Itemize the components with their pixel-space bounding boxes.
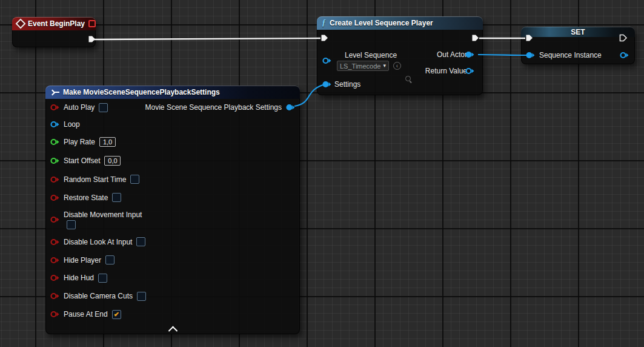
level-sequence-asset-dropdown[interactable]: LS_TimecodePr ▾ xyxy=(337,61,389,71)
pin-row: Hide Hud xyxy=(45,269,300,287)
exec-wire-beginplay-to-create xyxy=(92,38,320,39)
chevron-down-icon: ▾ xyxy=(383,63,386,69)
pin-row: Pause At End ✔ xyxy=(45,305,300,323)
play-rate-field[interactable] xyxy=(99,137,116,147)
pin-start-offset[interactable] xyxy=(50,157,59,164)
pin-play-rate[interactable] xyxy=(50,138,59,146)
pin-label: Play Rate xyxy=(64,138,95,146)
output-pin-label: Movie Scene Sequence Playback Settings xyxy=(145,103,282,112)
browse-asset-icon[interactable] xyxy=(405,75,413,83)
exec-in-pin[interactable] xyxy=(320,33,329,42)
pin-auto-play[interactable] xyxy=(50,104,59,111)
check-icon: ✔ xyxy=(114,311,119,318)
start-offset-field[interactable] xyxy=(104,156,121,166)
pin-row: Auto Play Movie Scene Sequence Playback … xyxy=(45,99,300,116)
event-diamond-icon xyxy=(16,19,26,29)
pin-label: Auto Play xyxy=(64,103,95,112)
set-node-title: SET xyxy=(521,28,635,36)
pause-at-end-checkbox[interactable]: ✔ xyxy=(112,310,121,319)
pin-row: Disable Movement Input xyxy=(45,207,300,232)
node-create-level-sequence-player[interactable]: ƒ Create Level Sequence Player Level Seq… xyxy=(317,16,483,95)
pin-hide-player[interactable] xyxy=(50,257,59,264)
return-value-pin-label: Return Value xyxy=(425,67,467,75)
pin-playback-settings-output[interactable] xyxy=(286,104,295,111)
exec-out-pin[interactable] xyxy=(471,33,480,42)
exec-in-pin[interactable] xyxy=(525,33,534,42)
pin-disable-camera-cuts[interactable] xyxy=(50,292,59,300)
hide-player-checkbox[interactable] xyxy=(105,255,115,264)
pin-label: Pause At End xyxy=(64,310,108,318)
event-node-header: Event BeginPlay xyxy=(12,17,96,30)
node-event-beginplay[interactable]: Event BeginPlay xyxy=(12,17,96,47)
pin-disable-look-at-input[interactable] xyxy=(50,238,59,246)
create-node-title: Create Level Sequence Player xyxy=(330,19,433,27)
hide-hud-checkbox[interactable] xyxy=(98,274,107,283)
disable-look-at-input-checkbox[interactable] xyxy=(136,237,145,246)
event-node-title: Event BeginPlay xyxy=(28,19,85,28)
pin-random-start-time[interactable] xyxy=(50,176,59,183)
use-selected-asset-icon[interactable]: ‹ xyxy=(393,62,401,70)
pin-row: Play Rate xyxy=(45,133,300,151)
node-make-playback-settings[interactable]: Make MovieSceneSequencePlaybackSettings … xyxy=(45,86,300,334)
exec-out-pin[interactable] xyxy=(619,33,628,42)
event-debug-badge-icon xyxy=(88,20,96,27)
pin-row: Loop xyxy=(45,116,300,133)
pin-label: Disable Movement Input xyxy=(64,211,142,219)
pin-label: Disable Camera Cuts xyxy=(64,292,133,300)
pin-return-value[interactable] xyxy=(465,67,474,75)
pin-hide-hud[interactable] xyxy=(50,274,59,281)
auto-play-checkbox[interactable] xyxy=(99,103,108,112)
pin-row: Hide Player xyxy=(45,251,300,269)
pin-settings[interactable] xyxy=(322,81,331,88)
sequence-instance-pin-label: Sequence Instance xyxy=(539,51,602,59)
function-icon: ƒ xyxy=(322,19,326,27)
collapse-chevron-icon[interactable] xyxy=(168,326,178,335)
pin-label: Hide Hud xyxy=(64,274,94,282)
settings-pin-label: Settings xyxy=(334,80,360,89)
pin-pause-at-end[interactable] xyxy=(50,311,59,318)
pin-row: Restore State xyxy=(45,188,300,207)
pin-disable-movement-input[interactable] xyxy=(50,216,59,223)
pin-set-output[interactable] xyxy=(620,52,629,59)
exec-out-pin[interactable] xyxy=(87,35,96,44)
out-actor-pin-label: Out Actor xyxy=(437,50,467,59)
pin-out-actor[interactable] xyxy=(465,51,474,58)
make-struct-icon xyxy=(50,90,59,95)
level-sequence-pin-label: Level Sequence xyxy=(345,51,397,59)
pin-level-sequence[interactable] xyxy=(322,57,331,64)
pin-label: Hide Player xyxy=(64,256,101,264)
object-wire-outactor-to-sequenceinstance xyxy=(478,55,526,55)
pin-row: Disable Look At Input xyxy=(45,232,300,251)
pin-row: Start Offset xyxy=(45,151,300,170)
pin-restore-state[interactable] xyxy=(50,194,59,201)
pin-label: Start Offset xyxy=(64,157,100,165)
restore-state-checkbox[interactable] xyxy=(112,193,121,202)
pin-sequence-instance[interactable] xyxy=(526,52,535,59)
disable-camera-cuts-checkbox[interactable] xyxy=(137,292,146,301)
blueprint-graph-canvas[interactable]: Event BeginPlay ƒ Create Level Sequence … xyxy=(0,0,644,347)
asset-dropdown-value: LS_TimecodePr xyxy=(340,62,381,70)
make-node-title: Make MovieSceneSequencePlaybackSettings xyxy=(63,88,220,96)
pin-label: Restore State xyxy=(64,194,108,202)
pin-label: Loop xyxy=(64,120,80,129)
create-node-header: ƒ Create Level Sequence Player xyxy=(317,16,483,30)
pin-row: Random Start Time xyxy=(45,170,300,188)
node-footer xyxy=(45,323,300,334)
disable-movement-input-checkbox[interactable] xyxy=(67,220,76,229)
pin-label: Disable Look At Input xyxy=(64,238,132,246)
node-set-sequence-instance[interactable]: SET Sequence Instance xyxy=(521,27,635,64)
pin-loop[interactable] xyxy=(50,121,59,128)
pin-row: Disable Camera Cuts xyxy=(45,287,300,305)
pin-label: Random Start Time xyxy=(64,175,126,184)
random-start-time-checkbox[interactable] xyxy=(130,175,139,184)
make-node-header: Make MovieSceneSequencePlaybackSettings xyxy=(45,86,300,99)
